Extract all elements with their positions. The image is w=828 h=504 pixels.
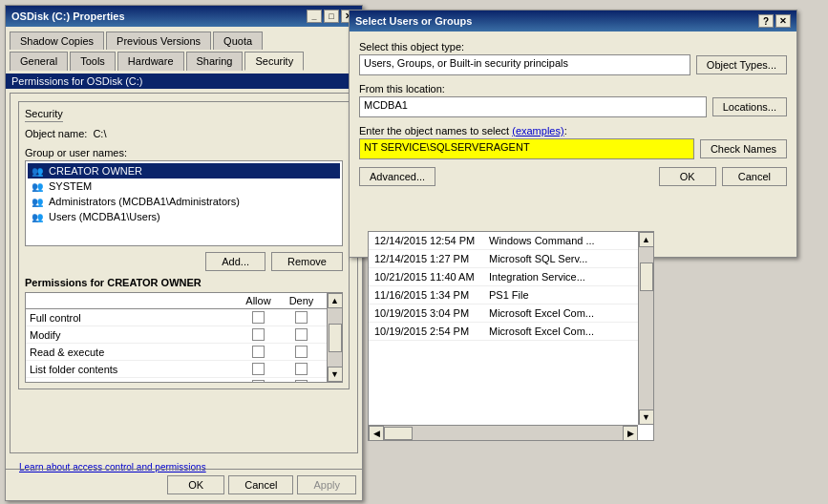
add-button[interactable]: Add... <box>205 252 265 271</box>
user-group-icon-3: 👥 <box>30 195 45 208</box>
file-list-container: 12/14/2015 12:54 PM Windows Command ... … <box>369 232 653 440</box>
object-type-section: Select this object type: Users, Groups, … <box>359 41 787 75</box>
list-folder-deny[interactable] <box>295 363 308 375</box>
tab-row-1: Shadow Copies Previous Versions Quota <box>6 27 362 49</box>
file-row-5[interactable]: 10/19/2015 3:04 PM Microsoft Excel Com..… <box>369 304 638 323</box>
group-item-system[interactable]: 👥 SYSTEM <box>28 178 340 194</box>
full-control-deny[interactable] <box>295 311 308 324</box>
object-names-row: NT SERVICE\SQLSERVERAGENT Check Names <box>359 138 787 159</box>
object-names-section: Enter the object names to select (exampl… <box>359 125 787 159</box>
tab-tools[interactable]: Tools <box>70 52 116 71</box>
maximize-button[interactable]: □ <box>324 10 339 23</box>
file-scroll-right[interactable]: ▶ <box>623 426 638 441</box>
file-scroll-up[interactable]: ▲ <box>639 232 654 247</box>
tab-row-2: General Tools Hardware Sharing Security <box>6 51 362 70</box>
help-button[interactable]: ? <box>758 14 774 28</box>
group-item-creator[interactable]: 👥 CREATOR OWNER <box>28 163 340 178</box>
modify-allow[interactable] <box>252 328 265 341</box>
file-row-4[interactable]: 11/16/2015 1:34 PM PS1 File <box>369 286 638 304</box>
security-tab-label: Security <box>25 108 63 122</box>
object-name-row: Object name: C:\ <box>25 128 343 139</box>
object-names-input[interactable]: NT SERVICE\SQLSERVERAGENT <box>359 138 694 159</box>
remove-button[interactable]: Remove <box>271 252 343 271</box>
tab-shadow-copies[interactable]: Shadow Copies <box>10 32 104 50</box>
add-remove-buttons: Add... Remove <box>25 252 343 271</box>
group-list-label: Group or user names: <box>25 147 343 158</box>
dialog-cancel-button[interactable]: Cancel <box>722 167 787 186</box>
file-row-2[interactable]: 12/14/2015 1:27 PM Microsoft SQL Serv... <box>369 250 638 268</box>
check-names-button[interactable]: Check Names <box>700 139 787 158</box>
file-row-6[interactable]: 10/19/2015 2:54 PM Microsoft Excel Com..… <box>369 323 638 341</box>
read-deny[interactable] <box>295 380 308 383</box>
locations-button[interactable]: Locations... <box>712 97 787 116</box>
file-row-3[interactable]: 10/21/2015 11:40 AM Integration Service.… <box>369 268 638 286</box>
cancel-button[interactable]: Cancel <box>228 475 293 494</box>
ok-button[interactable]: OK <box>167 475 224 494</box>
tab-general[interactable]: General <box>10 52 68 71</box>
properties-title: OSDisk (C:) Properties <box>11 10 125 22</box>
scroll-thumb[interactable] <box>329 324 342 352</box>
close-dialog-button[interactable]: ✕ <box>775 14 791 28</box>
permissions-table: Allow Deny Full control Modify Rea <box>25 292 343 383</box>
file-row-1[interactable]: 12/14/2015 12:54 PM Windows Command ... <box>369 232 638 250</box>
dialog-title-icons: ? ✕ <box>758 14 791 28</box>
group-list[interactable]: 👥 CREATOR OWNER 👥 SYSTEM 👥 Administrator… <box>25 160 343 246</box>
modify-deny[interactable] <box>295 328 308 341</box>
user-group-icon-4: 👥 <box>30 210 45 223</box>
location-row: MCDBA1 Locations... <box>359 96 787 117</box>
tab-hardware[interactable]: Hardware <box>117 52 184 71</box>
perm-read-execute: Read & execute <box>26 344 327 361</box>
permissions-bar: Permissions for OSDisk (C:) <box>6 74 362 89</box>
file-scroll-down[interactable]: ▼ <box>639 410 654 425</box>
tab-previous-versions[interactable]: Previous Versions <box>106 32 211 50</box>
location-label: From this location: <box>359 83 787 94</box>
dialog-ok-cancel: OK Cancel <box>659 167 787 186</box>
dialog-footer: Advanced... OK Cancel <box>359 167 787 186</box>
advanced-button[interactable]: Advanced... <box>359 167 435 186</box>
dialog-ok-button[interactable]: OK <box>659 167 716 186</box>
object-type-field: Users, Groups, or Built-in security prin… <box>359 54 690 75</box>
list-folder-allow[interactable] <box>252 363 265 375</box>
read-allow[interactable] <box>252 380 265 383</box>
user-group-icon: 👥 <box>30 164 45 178</box>
file-scroll-left[interactable]: ◀ <box>369 426 384 441</box>
object-type-row: Users, Groups, or Built-in security prin… <box>359 54 787 75</box>
perm-modify: Modify <box>26 326 327 344</box>
apply-button[interactable]: Apply <box>297 475 356 494</box>
group-item-admins[interactable]: 👥 Administrators (MCDBA1\Administrators) <box>28 194 340 209</box>
tab-sharing[interactable]: Sharing <box>186 52 244 71</box>
read-execute-deny[interactable] <box>295 346 308 358</box>
tab-security[interactable]: Security <box>244 52 304 71</box>
file-listing-panel: 12/14/2015 12:54 PM Windows Command ... … <box>368 231 654 441</box>
properties-window: OSDisk (C:) Properties _ □ ✕ Shadow Copi… <box>5 5 363 501</box>
perm-scrollbar[interactable]: ▲ ▼ <box>327 293 342 382</box>
examples-link[interactable]: (examples) <box>512 125 563 136</box>
file-list: 12/14/2015 12:54 PM Windows Command ... … <box>369 232 638 341</box>
group-item-users[interactable]: 👥 Users (MCDBA1\Users) <box>28 209 340 224</box>
object-type-label: Select this object type: <box>359 41 787 52</box>
file-scrollbar-v[interactable]: ▲ ▼ <box>638 232 653 425</box>
h-scroll-thumb[interactable] <box>384 427 413 440</box>
file-scrollbar-h[interactable]: ◀ ▶ <box>369 425 638 440</box>
dialog-content: Select this object type: Users, Groups, … <box>350 32 796 196</box>
security-content: Security Object name: C:\ Group or user … <box>10 93 358 453</box>
properties-footer: OK Cancel Apply <box>6 469 362 500</box>
perm-full-control: Full control <box>26 309 327 326</box>
scroll-down[interactable]: ▼ <box>328 367 343 382</box>
perm-read: Read <box>26 378 327 383</box>
object-types-button[interactable]: Object Types... <box>696 55 787 74</box>
tab-quota[interactable]: Quota <box>213 32 263 50</box>
select-dialog-title-bar: Select Users or Groups ? ✕ <box>350 10 796 32</box>
scroll-up[interactable]: ▲ <box>328 293 343 308</box>
file-scroll-thumb[interactable] <box>640 262 653 291</box>
location-field: MCDBA1 <box>359 96 707 117</box>
read-execute-allow[interactable] <box>252 346 265 358</box>
minimize-button[interactable]: _ <box>307 10 322 23</box>
location-section: From this location: MCDBA1 Locations... <box>359 83 787 117</box>
user-group-icon-2: 👥 <box>30 179 45 193</box>
select-users-dialog: Select Users or Groups ? ✕ Select this o… <box>349 10 797 258</box>
select-dialog-title: Select Users or Groups <box>355 15 472 27</box>
full-control-allow[interactable] <box>252 311 265 324</box>
perm-header: Allow Deny <box>26 293 327 309</box>
properties-title-bar: OSDisk (C:) Properties _ □ ✕ <box>6 6 362 27</box>
